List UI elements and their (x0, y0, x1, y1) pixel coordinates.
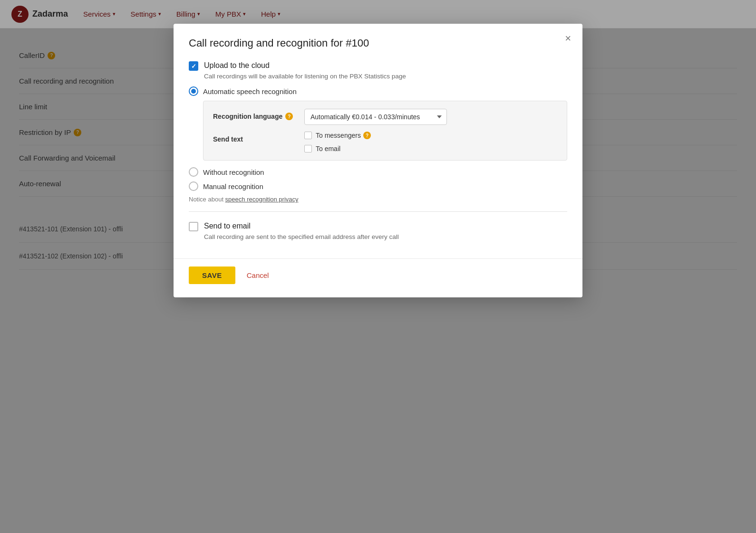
notice-text: Notice about speech recognition privacy (189, 196, 567, 203)
send-to-email-checkbox[interactable] (189, 222, 198, 231)
recognition-language-help-icon[interactable]: ? (285, 113, 293, 120)
modal-close-button[interactable]: × (565, 33, 571, 44)
modal-title: Call recording and recognition for #100 (189, 37, 567, 49)
automatic-speech-radio[interactable] (189, 86, 198, 96)
recognition-language-select[interactable]: Automatically €0.014 - 0.033/minutes Eng… (304, 109, 447, 125)
manual-recognition-label: Manual recognition (203, 182, 263, 190)
automatic-speech-radio-row: Automatic speech recognition (189, 86, 567, 96)
without-recognition-label: Without recognition (203, 168, 264, 176)
upload-cloud-checkbox[interactable]: ✓ (189, 61, 198, 71)
without-recognition-radio[interactable] (189, 167, 198, 177)
recognition-language-row: Recognition language ? Automatically €0.… (213, 109, 557, 125)
to-email-option: To email (304, 145, 371, 152)
modal-call-recording: Call recording and recognition for #100 … (174, 24, 582, 297)
to-email-checkbox[interactable] (304, 145, 312, 152)
send-text-label: Send text (213, 132, 299, 143)
recognition-language-label: Recognition language ? (213, 109, 299, 120)
upload-cloud-label: Upload to the cloud (204, 61, 270, 70)
upload-cloud-row: ✓ Upload to the cloud (189, 61, 567, 71)
to-messengers-help-icon[interactable]: ? (363, 132, 371, 139)
speech-recognition-privacy-link[interactable]: speech recognition privacy (225, 196, 299, 203)
modal-footer: SAVE Cancel (174, 258, 582, 297)
checkmark-icon: ✓ (191, 63, 196, 70)
modal-header: Call recording and recognition for #100 … (174, 24, 582, 57)
to-messengers-checkbox[interactable] (304, 132, 312, 139)
send-text-options: To messengers ? To email (304, 132, 371, 152)
send-text-row: Send text To messengers ? To email (213, 132, 557, 152)
without-recognition-radio-row: Without recognition (189, 167, 567, 177)
to-email-label: To email (316, 145, 340, 152)
manual-recognition-radio[interactable] (189, 181, 198, 191)
modal-body: ✓ Upload to the cloud Call recordings wi… (174, 57, 582, 258)
section-divider (189, 211, 567, 212)
send-to-email-desc: Call recording are sent to the specified… (204, 233, 567, 240)
recognition-settings-panel: Recognition language ? Automatically €0.… (203, 101, 567, 161)
to-messengers-option: To messengers ? (304, 132, 371, 139)
manual-recognition-radio-row: Manual recognition (189, 181, 567, 191)
send-to-email-label: Send to email (204, 221, 251, 230)
automatic-speech-label: Automatic speech recognition (203, 87, 297, 95)
to-messengers-label: To messengers ? (316, 132, 371, 139)
cancel-button[interactable]: Cancel (243, 266, 273, 284)
upload-cloud-desc: Call recordings will be available for li… (204, 73, 567, 80)
send-to-email-row: Send to email (189, 221, 567, 231)
save-button[interactable]: SAVE (189, 266, 235, 284)
